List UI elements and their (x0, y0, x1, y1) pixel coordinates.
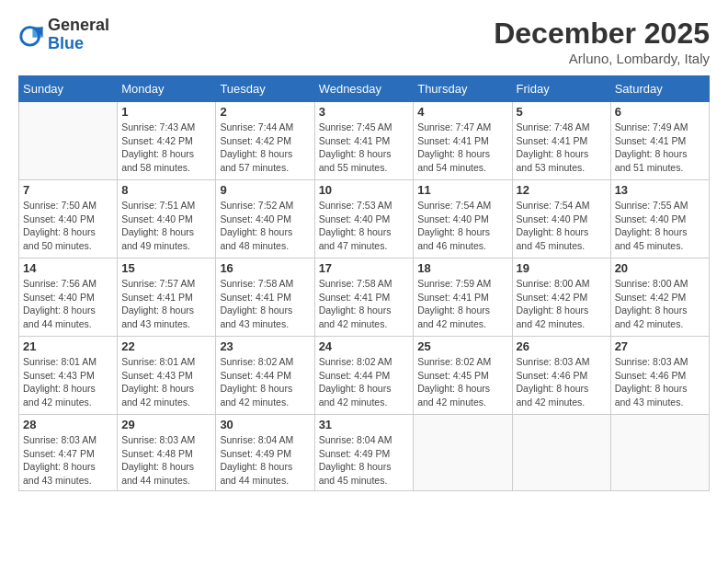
table-row: 30Sunrise: 8:04 AMSunset: 4:49 PMDayligh… (216, 415, 314, 491)
day-info: Sunrise: 7:56 AMSunset: 4:40 PMDaylight:… (23, 277, 113, 331)
table-row: 3Sunrise: 7:45 AMSunset: 4:41 PMDaylight… (314, 102, 414, 180)
table-row: 12Sunrise: 7:54 AMSunset: 4:40 PMDayligh… (512, 180, 610, 259)
day-info: Sunrise: 8:00 AMSunset: 4:42 PMDaylight:… (615, 277, 705, 331)
day-number: 25 (417, 339, 507, 353)
day-info: Sunrise: 8:03 AMSunset: 4:46 PMDaylight:… (517, 355, 607, 409)
day-info: Sunrise: 7:59 AMSunset: 4:41 PMDaylight:… (417, 277, 507, 331)
day-info: Sunrise: 8:01 AMSunset: 4:43 PMDaylight:… (23, 355, 113, 409)
day-number: 19 (517, 261, 607, 275)
day-info: Sunrise: 8:03 AMSunset: 4:46 PMDaylight:… (615, 355, 705, 409)
table-row: 21Sunrise: 8:01 AMSunset: 4:43 PMDayligh… (19, 337, 118, 415)
table-row: 1Sunrise: 7:43 AMSunset: 4:42 PMDaylight… (118, 102, 216, 180)
day-number: 31 (319, 418, 410, 431)
day-number: 11 (417, 183, 507, 197)
table-row: 13Sunrise: 7:55 AMSunset: 4:40 PMDayligh… (610, 180, 709, 259)
day-info: Sunrise: 7:44 AMSunset: 4:42 PMDaylight:… (220, 121, 310, 175)
day-number: 14 (23, 261, 113, 275)
day-number: 22 (121, 339, 211, 353)
day-info: Sunrise: 8:04 AMSunset: 4:49 PMDaylight:… (220, 433, 310, 488)
day-info: Sunrise: 7:54 AMSunset: 4:40 PMDaylight:… (417, 199, 507, 253)
col-thursday: Thursday (414, 76, 512, 102)
table-row: 31Sunrise: 8:04 AMSunset: 4:49 PMDayligh… (314, 415, 414, 491)
table-row: 28Sunrise: 8:03 AMSunset: 4:47 PMDayligh… (19, 415, 118, 491)
day-number: 23 (220, 339, 310, 353)
title-area: December 2025 Arluno, Lombardy, Italy (494, 17, 710, 66)
table-row: 14Sunrise: 7:56 AMSunset: 4:40 PMDayligh… (19, 259, 118, 337)
table-row: 6Sunrise: 7:49 AMSunset: 4:41 PMDaylight… (610, 102, 709, 180)
day-number: 7 (23, 183, 113, 197)
day-number: 5 (517, 105, 607, 119)
table-row: 4Sunrise: 7:47 AMSunset: 4:41 PMDaylight… (414, 102, 512, 180)
logo-general: General (48, 17, 109, 35)
logo-icon (18, 22, 44, 48)
day-info: Sunrise: 7:53 AMSunset: 4:40 PMDaylight:… (319, 199, 410, 253)
day-info: Sunrise: 7:50 AMSunset: 4:40 PMDaylight:… (23, 199, 113, 253)
day-number: 13 (615, 183, 705, 197)
day-number: 18 (417, 261, 507, 275)
day-info: Sunrise: 8:01 AMSunset: 4:43 PMDaylight:… (121, 355, 211, 409)
day-number: 4 (417, 105, 507, 119)
table-row (512, 415, 610, 491)
logo-text: General Blue (48, 17, 109, 53)
day-number: 16 (220, 261, 310, 275)
day-info: Sunrise: 7:58 AMSunset: 4:41 PMDaylight:… (220, 277, 310, 331)
col-friday: Friday (512, 76, 610, 102)
day-info: Sunrise: 8:04 AMSunset: 4:49 PMDaylight:… (319, 433, 410, 488)
header: General Blue December 2025 Arluno, Lomba… (18, 17, 710, 66)
day-number: 2 (220, 105, 310, 119)
day-info: Sunrise: 8:02 AMSunset: 4:45 PMDaylight:… (417, 355, 507, 409)
logo-blue: Blue (48, 35, 109, 53)
table-row: 17Sunrise: 7:58 AMSunset: 4:41 PMDayligh… (314, 259, 414, 337)
day-info: Sunrise: 8:02 AMSunset: 4:44 PMDaylight:… (319, 355, 410, 409)
day-info: Sunrise: 8:02 AMSunset: 4:44 PMDaylight:… (220, 355, 310, 409)
table-row: 25Sunrise: 8:02 AMSunset: 4:45 PMDayligh… (414, 337, 512, 415)
calendar-header-row: Sunday Monday Tuesday Wednesday Thursday… (19, 76, 710, 102)
day-number: 15 (121, 261, 211, 275)
col-wednesday: Wednesday (314, 76, 414, 102)
col-sunday: Sunday (19, 76, 118, 102)
calendar-table: Sunday Monday Tuesday Wednesday Thursday… (18, 75, 710, 491)
day-info: Sunrise: 8:03 AMSunset: 4:48 PMDaylight:… (121, 433, 211, 488)
day-number: 10 (319, 183, 410, 197)
col-saturday: Saturday (610, 76, 709, 102)
day-info: Sunrise: 8:00 AMSunset: 4:42 PMDaylight:… (517, 277, 607, 331)
day-number: 6 (615, 105, 705, 119)
table-row: 26Sunrise: 8:03 AMSunset: 4:46 PMDayligh… (512, 337, 610, 415)
day-info: Sunrise: 7:48 AMSunset: 4:41 PMDaylight:… (517, 121, 607, 175)
day-info: Sunrise: 7:51 AMSunset: 4:40 PMDaylight:… (121, 199, 211, 253)
day-number: 12 (517, 183, 607, 197)
month-title: December 2025 (494, 17, 710, 51)
table-row: 19Sunrise: 8:00 AMSunset: 4:42 PMDayligh… (512, 259, 610, 337)
day-number: 24 (319, 339, 410, 353)
table-row: 9Sunrise: 7:52 AMSunset: 4:40 PMDaylight… (216, 180, 314, 259)
table-row: 5Sunrise: 7:48 AMSunset: 4:41 PMDaylight… (512, 102, 610, 180)
day-info: Sunrise: 8:03 AMSunset: 4:47 PMDaylight:… (23, 433, 113, 488)
day-number: 3 (319, 105, 410, 119)
day-info: Sunrise: 7:43 AMSunset: 4:42 PMDaylight:… (121, 121, 211, 175)
table-row: 18Sunrise: 7:59 AMSunset: 4:41 PMDayligh… (414, 259, 512, 337)
day-info: Sunrise: 7:49 AMSunset: 4:41 PMDaylight:… (615, 121, 705, 175)
day-info: Sunrise: 7:52 AMSunset: 4:40 PMDaylight:… (220, 199, 310, 253)
day-info: Sunrise: 7:58 AMSunset: 4:41 PMDaylight:… (319, 277, 410, 331)
day-number: 8 (121, 183, 211, 197)
day-info: Sunrise: 7:57 AMSunset: 4:41 PMDaylight:… (121, 277, 211, 331)
col-monday: Monday (118, 76, 216, 102)
day-number: 29 (121, 418, 211, 431)
day-number: 28 (23, 418, 113, 431)
table-row: 24Sunrise: 8:02 AMSunset: 4:44 PMDayligh… (314, 337, 414, 415)
table-row: 16Sunrise: 7:58 AMSunset: 4:41 PMDayligh… (216, 259, 314, 337)
table-row (414, 415, 512, 491)
day-number: 20 (615, 261, 705, 275)
day-number: 26 (517, 339, 607, 353)
day-info: Sunrise: 7:55 AMSunset: 4:40 PMDaylight:… (615, 199, 705, 253)
day-number: 30 (220, 418, 310, 431)
table-row (610, 415, 709, 491)
table-row: 27Sunrise: 8:03 AMSunset: 4:46 PMDayligh… (610, 337, 709, 415)
table-row: 20Sunrise: 8:00 AMSunset: 4:42 PMDayligh… (610, 259, 709, 337)
table-row: 2Sunrise: 7:44 AMSunset: 4:42 PMDaylight… (216, 102, 314, 180)
day-number: 1 (121, 105, 211, 119)
table-row: 15Sunrise: 7:57 AMSunset: 4:41 PMDayligh… (118, 259, 216, 337)
day-info: Sunrise: 7:47 AMSunset: 4:41 PMDaylight:… (417, 121, 507, 175)
table-row: 7Sunrise: 7:50 AMSunset: 4:40 PMDaylight… (19, 180, 118, 259)
table-row: 8Sunrise: 7:51 AMSunset: 4:40 PMDaylight… (118, 180, 216, 259)
